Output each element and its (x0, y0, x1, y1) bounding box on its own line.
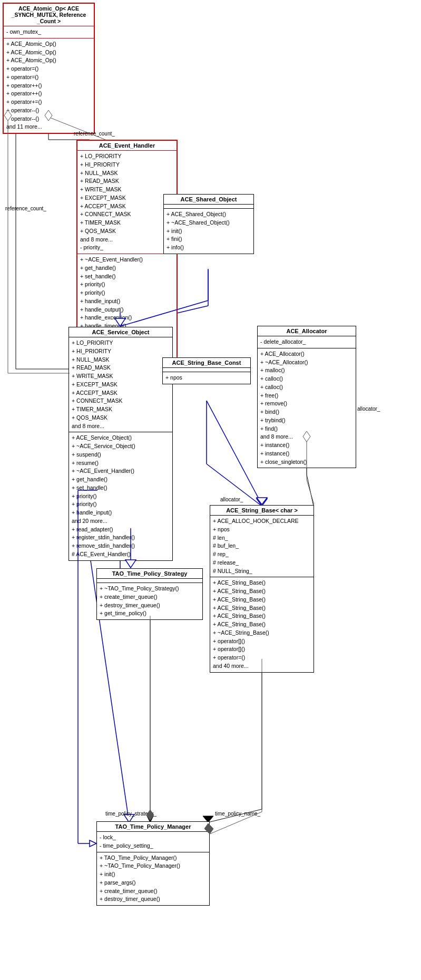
svg-line-14 (307, 474, 314, 506)
ace-allocator-methods: + ACE_Allocator() + ~ACE_Allocator() + m… (258, 348, 356, 468)
ace-event-handler-title: ACE_Event_Handler (77, 141, 177, 151)
ace-string-base-methods: + ACE_String_Base() + ACE_String_Base() … (210, 577, 314, 672)
ace-string-base-const-empty (163, 368, 250, 372)
ace-service-object-title: ACE_Service_Object (69, 327, 172, 337)
label-allocator-right: allocator_ (357, 406, 380, 412)
label-reference-count-left: reference_count_ (5, 206, 46, 211)
diagram-container: ACE_Atomic_Op< ACE _SYNCH_MUTEX, Referen… (0, 0, 421, 980)
label-allocator-bottom: allocator_ (220, 497, 243, 502)
ace-service-object-constants: + LO_PRIORITY + HI_PRIORITY + NULL_MASK … (69, 337, 172, 432)
svg-line-37 (207, 401, 262, 504)
ace-shared-object-empty (164, 205, 253, 209)
label-time-policy-name: time_policy_name_ (215, 811, 260, 817)
ace-event-handler-constants: + LO_PRIORITY + HI_PRIORITY + NULL_MASK … (77, 151, 177, 254)
ace-allocator-fields: - delete_allocator_ (258, 336, 356, 348)
label-reference-count-top: reference_count_ (74, 131, 115, 137)
svg-line-40 (307, 480, 314, 504)
tao-time-policy-strategy-box: TAO_Time_Policy_Strategy + ~TAO_Time_Pol… (96, 568, 203, 620)
tao-time-policy-manager-box: TAO_Time_Policy_Manager - lock_ - time_p… (96, 821, 210, 906)
ace-string-base-box: ACE_String_Base< char > + ACE_ALLOC_HOOK… (210, 505, 314, 673)
ace-string-base-const-box: ACE_String_Base_Const + npos (162, 357, 251, 384)
ace-shared-object-title: ACE_Shared_Object (164, 195, 253, 205)
tao-time-policy-manager-methods: + TAO_Time_Policy_Manager() + ~TAO_Time_… (97, 852, 209, 906)
ace-allocator-box: ACE_Allocator - delete_allocator_ + ACE_… (257, 326, 356, 468)
tao-time-policy-strategy-methods: + ~TAO_Time_Policy_Strategy() + create_t… (97, 583, 202, 619)
ace-atomic-op-title: ACE_Atomic_Op< ACE _SYNCH_MUTEX, Referen… (4, 4, 94, 26)
ace-string-base-title: ACE_String_Base< char > (210, 506, 314, 516)
svg-marker-47 (90, 840, 96, 847)
ace-shared-object-methods: + ACE_Shared_Object() + ~ACE_Shared_Obje… (164, 209, 253, 254)
connections-svg2 (0, 0, 421, 980)
connections-svg (0, 0, 421, 980)
ace-atomic-op-box: ACE_Atomic_Op< ACE _SYNCH_MUTEX, Referen… (3, 3, 95, 134)
ace-shared-object-box: ACE_Shared_Object + ACE_Shared_Object() … (163, 194, 254, 254)
ace-service-object-methods: + ACE_Service_Object() + ~ACE_Service_Ob… (69, 432, 172, 560)
ace-string-base-const-methods: + npos (163, 372, 250, 384)
tao-time-policy-manager-title: TAO_Time_Policy_Manager (97, 822, 209, 832)
ace-service-object-box: ACE_Service_Object + LO_PRIORITY + HI_PR… (68, 327, 173, 561)
tao-time-policy-manager-fields: - lock_ - time_policy_setting_ (97, 832, 209, 852)
ace-atomic-op-methods: + ACE_Atomic_Op() + ACE_Atomic_Op() + AC… (4, 38, 94, 133)
svg-marker-43 (125, 560, 136, 568)
ace-atomic-op-fields: - own_mutex_ (4, 26, 94, 38)
svg-marker-38 (257, 498, 267, 504)
ace-string-base-const-title: ACE_String_Base_Const (163, 358, 250, 368)
label-time-policy-strategy: time_policy_strategy_ (105, 811, 156, 817)
ace-string-base-fields: + ACE_ALLOC_HOOK_DECLARE + npos # len_ #… (210, 516, 314, 577)
tao-time-policy-strategy-empty (97, 579, 202, 583)
tao-time-policy-strategy-title: TAO_Time_Policy_Strategy (97, 569, 202, 579)
ace-allocator-title: ACE_Allocator (258, 326, 356, 336)
